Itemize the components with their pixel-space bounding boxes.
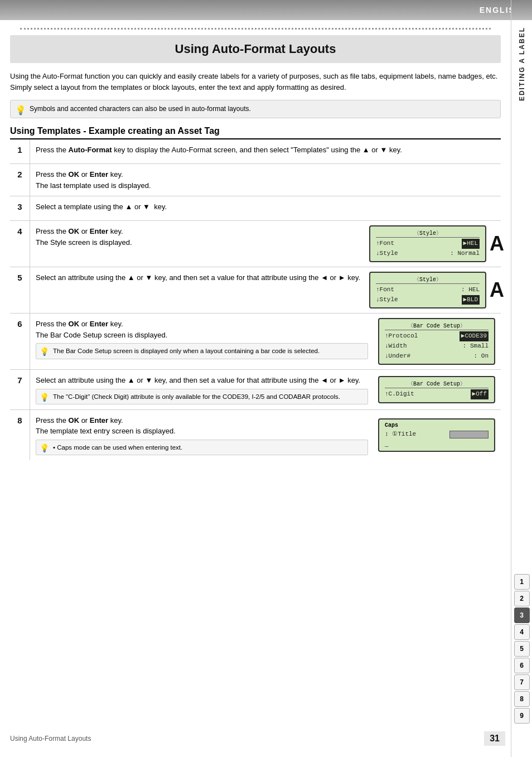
lcd-title-field-label: ↕ ①Title [385, 430, 416, 440]
bulb-icon: 💡 [15, 104, 26, 117]
step-row-6: 6 Press the OK or Enter key. The Bar Cod… [10, 314, 501, 370]
page-footer: Using Auto-Format Layouts 31 [10, 731, 505, 746]
lcd-protocol-label: ↑Protocol [385, 331, 418, 341]
step-num-cell-1: 1 [10, 139, 30, 163]
step-num-cell-2: 2 [10, 164, 30, 196]
sidebar-section-label: EDITING A LABEL [518, 22, 526, 107]
footer-label: Using Auto-Format Layouts [10, 735, 91, 742]
sidebar-num-3[interactable]: 3 [514, 607, 530, 623]
step-number-6: 6 [17, 319, 22, 329]
lcd-cdigit-label: ↑C.Digit [385, 389, 414, 399]
sidebar-num-8[interactable]: 8 [514, 691, 530, 707]
step-row-8: 8 Press the OK or Enter key. The templat… [10, 410, 501, 460]
step-num-cell-3: 3 [10, 196, 30, 220]
main-note-box: 💡 Symbols and accented characters can al… [10, 100, 501, 118]
step-note-8: 💡 • Caps mode can be used when entering … [36, 440, 368, 455]
step-screen-6: 〈Bar Code Setup〉 ↑Protocol ▶CODE39 ↓Widt… [373, 314, 501, 369]
step-number-8: 8 [17, 416, 22, 425]
step-num-cell-5: 5 [10, 267, 30, 313]
lcd-row-font-2: ↑Font : HEL [376, 285, 480, 295]
dotted-divider [20, 28, 491, 30]
top-bar: ENGLISH [0, 0, 532, 20]
lcd-row-width: ↓Width : Small [385, 341, 489, 351]
lcd-style1: 〈Style〉 ↑Font ▶HEL ↓Style : Normal [369, 225, 486, 262]
step-num-cell-8: 8 [10, 410, 30, 460]
lcd-title-style1: 〈Style〉 [376, 229, 480, 238]
step-content-5: Select an attribute using the ▲ or ▼ key… [30, 267, 373, 313]
bulb-icon-7: 💡 [40, 392, 49, 403]
title-box: Using Auto-Format Layouts [10, 35, 501, 63]
step-note-6: 💡 The Bar Code Setup screen is displayed… [36, 343, 368, 359]
lcd-cursor-line: _ [385, 441, 489, 448]
step-note-7: 💡 The "C-Digit" (Check Digit) attribute … [36, 389, 368, 404]
lcd-style-value-2: ▶BLD [462, 295, 480, 305]
step-content-4: Press the OK or Enter key. The Style scr… [30, 221, 373, 267]
lcd-row-protocol: ↑Protocol ▶CODE39 [385, 331, 489, 341]
step-content-3: Select a template using the ▲ or ▼ key. [30, 196, 501, 220]
step-row-3: 3 Select a template using the ▲ or ▼ key… [10, 196, 501, 221]
step-row-7: 7 Select an attribute using the ▲ or ▼ k… [10, 370, 501, 410]
lcd-row-style-1: ↓Style : Normal [376, 249, 480, 259]
main-content: Using Auto-Format Layouts Using the Auto… [0, 28, 511, 460]
lcd-row-title: ↕ ①Title [385, 430, 489, 440]
lcd-barcode2: 〈Bar Code Setup〉 ↑C.Digit ▶Off [378, 376, 495, 403]
lcd-under-label: ↓Under# [385, 351, 410, 361]
lcd-row-style-2: ↓Style ▶BLD [376, 295, 480, 305]
sidebar-numbers: 1 2 3 4 5 6 7 8 9 [511, 574, 532, 757]
lcd-font-value-1: ▶HEL [462, 239, 480, 249]
lcd-title-field-input [449, 431, 489, 438]
page-title: Using Auto-Format Layouts [21, 42, 490, 56]
sidebar-num-6[interactable]: 6 [514, 658, 530, 673]
section-heading: Using Templates - Example creating an As… [10, 126, 501, 139]
main-note-text: Symbols and accented characters can also… [30, 105, 251, 113]
sidebar-num-9[interactable]: 9 [514, 708, 530, 724]
lcd-style-value-1: : Normal [450, 249, 480, 259]
bulb-icon-6: 💡 [40, 346, 49, 358]
step-screen-8: Caps ↕ ①Title _ [373, 410, 501, 460]
step-num-cell-4: 4 [10, 221, 30, 267]
lcd-font-label-1: ↑Font [376, 239, 394, 249]
sidebar-num-4[interactable]: 4 [514, 624, 530, 640]
step-num-cell-6: 6 [10, 314, 30, 369]
sidebar-num-1[interactable]: 1 [514, 574, 530, 590]
sidebar-num-2[interactable]: 2 [514, 591, 530, 606]
step-number-1: 1 [17, 145, 22, 155]
step-content-2: Press the OK or Enter key. The last temp… [30, 164, 501, 196]
step-screen-4: 〈Style〉 ↑Font ▶HEL ↓Style : Normal A [373, 221, 501, 267]
right-sidebar: EDITING A LABEL 1 2 3 4 5 6 7 8 9 [511, 0, 532, 757]
step-number-2: 2 [17, 170, 22, 179]
step-row-5: 5 Select an attribute using the ▲ or ▼ k… [10, 267, 501, 314]
step-row-1: 1 Press the Auto-Format key to display t… [10, 139, 501, 164]
sidebar-top-gray [511, 0, 532, 20]
step-number-5: 5 [17, 273, 22, 282]
sidebar-num-5[interactable]: 5 [514, 641, 530, 657]
step-screen-7: 〈Bar Code Setup〉 ↑C.Digit ▶Off [373, 370, 501, 409]
step-content-1: Press the Auto-Format key to display the… [30, 139, 501, 163]
lcd-protocol-value: ▶CODE39 [460, 331, 489, 341]
lcd-barcode1: 〈Bar Code Setup〉 ↑Protocol ▶CODE39 ↓Widt… [378, 318, 495, 365]
lcd-cdigit-value: ▶Off [471, 389, 489, 399]
step-content-7: Select an attribute using the ▲ or ▼ key… [30, 370, 373, 409]
sidebar-num-7[interactable]: 7 [514, 674, 530, 690]
lcd-caps: Caps ↕ ①Title _ [378, 418, 495, 452]
lcd-title-style2: 〈Style〉 [376, 276, 480, 284]
step-content-6: Press the OK or Enter key. The Bar Code … [30, 314, 373, 369]
lcd-under-value: : On [474, 351, 489, 361]
lcd-width-label: ↓Width [385, 341, 407, 351]
lcd-big-a-5: A [490, 280, 504, 300]
lcd-font-label-2: ↑Font [376, 285, 394, 295]
lcd-width-value: : Small [463, 341, 489, 351]
lcd-row-font-1: ↑Font ▶HEL [376, 239, 480, 249]
lcd-row-5: 〈Style〉 ↑Font : HEL ↓Style ▶BLD A [369, 272, 504, 308]
intro-text: Using the Auto-Format function you can q… [10, 71, 501, 93]
lcd-row-cdigit: ↑C.Digit ▶Off [385, 389, 489, 399]
step-num-cell-7: 7 [10, 370, 30, 409]
steps-container: 1 Press the Auto-Format key to display t… [10, 139, 501, 460]
step-number-4: 4 [17, 226, 22, 236]
step-row-4: 4 Press the OK or Enter key. The Style s… [10, 221, 501, 267]
lcd-row-under: ↓Under# : On [385, 351, 489, 361]
step-number-7: 7 [17, 375, 22, 385]
step-content-8: Press the OK or Enter key. The template … [30, 410, 373, 460]
bulb-icon-8: 💡 [40, 443, 49, 454]
lcd-font-value-2: : HEL [461, 285, 480, 295]
